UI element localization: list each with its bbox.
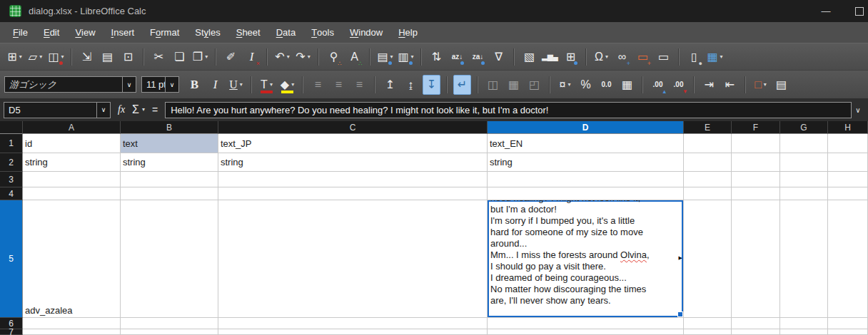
cut-button[interactable]: ✂ xyxy=(150,47,168,67)
cell-G3[interactable] xyxy=(780,172,828,187)
cell-C5[interactable] xyxy=(218,200,488,318)
cell-E1[interactable] xyxy=(684,134,732,153)
caret-down-icon[interactable]: ▾ xyxy=(270,82,273,88)
cell-F1[interactable] xyxy=(732,134,780,153)
row-header-5[interactable]: 5 xyxy=(0,200,23,318)
format-as-number-button[interactable]: 0.0 xyxy=(597,75,615,95)
merge-and-center-cells-button[interactable]: ◫ xyxy=(484,75,502,95)
menu-format[interactable]: Format xyxy=(142,22,187,43)
font-name-combo[interactable]: 游ゴシック ∨ xyxy=(4,76,136,93)
cell-H5[interactable] xyxy=(828,200,868,318)
cell-B3[interactable] xyxy=(121,172,218,187)
cell-A2[interactable]: string xyxy=(23,153,121,172)
decrease-indent-button[interactable]: ⇤ xyxy=(721,75,739,95)
unmerge-cells-button[interactable]: ◰ xyxy=(525,75,543,95)
cell-A6[interactable] xyxy=(23,318,121,329)
print-button[interactable]: ▤ xyxy=(99,47,116,67)
expand-formula-bar-icon[interactable]: ∨ xyxy=(852,106,864,114)
headers-footers-button[interactable]: ▭ xyxy=(655,47,672,67)
caret-down-icon[interactable]: ▾ xyxy=(205,54,208,60)
cell-E2[interactable] xyxy=(684,153,732,172)
cell-H6[interactable] xyxy=(828,318,868,329)
cell-G7[interactable] xyxy=(780,329,828,335)
column-header-A[interactable]: A xyxy=(23,121,121,134)
function-wizard-icon[interactable]: fx xyxy=(113,104,129,115)
increase-indent-button[interactable]: ⇥ xyxy=(700,75,718,95)
menu-sheet[interactable]: Sheet xyxy=(228,22,268,43)
cell-C7[interactable] xyxy=(218,329,488,335)
merge-cells-button[interactable]: ▦ xyxy=(505,75,523,95)
toggle-edit-mode-button[interactable]: ▯● xyxy=(685,47,703,67)
menu-file[interactable]: File xyxy=(5,22,36,43)
cell-B5[interactable] xyxy=(121,200,218,318)
menu-tools[interactable]: Tools xyxy=(303,22,342,43)
column-header-G[interactable]: G xyxy=(780,121,828,134)
bold-button[interactable]: B xyxy=(186,75,203,95)
cell-A5[interactable]: adv_azalea xyxy=(23,200,121,318)
align-center-button[interactable]: ≡ xyxy=(330,75,348,95)
selection-fill-handle[interactable] xyxy=(677,311,683,317)
cell-G2[interactable] xyxy=(780,153,828,172)
special-character-button[interactable]: Ω▾ xyxy=(592,47,610,67)
cell-F7[interactable] xyxy=(732,329,780,335)
cell-G6[interactable] xyxy=(780,318,828,329)
open-button[interactable]: ▱▾ xyxy=(26,47,44,67)
autofilter-button[interactable]: ∇ xyxy=(490,47,508,67)
cell-B2[interactable]: string xyxy=(121,153,218,172)
format-as-date-button[interactable]: ▦ xyxy=(618,75,636,95)
cell-E6[interactable] xyxy=(684,318,732,329)
maximize-button[interactable] xyxy=(847,0,868,22)
cell-G4[interactable] xyxy=(780,187,828,200)
font-size-combo[interactable]: 11 pt ∨ xyxy=(141,76,179,93)
row-header-4[interactable]: 4 xyxy=(0,187,23,200)
sort-ascending-button[interactable]: az↓ xyxy=(448,47,466,67)
cell-E5[interactable] xyxy=(684,200,732,318)
cell-D3[interactable] xyxy=(488,172,684,187)
cell-H3[interactable] xyxy=(828,172,868,187)
spelling-button[interactable]: A∴ xyxy=(345,47,363,67)
add-decimal-place-button[interactable]: .00▴ xyxy=(649,75,667,95)
delete-decimal-place-button[interactable]: .00▾ xyxy=(670,75,687,95)
save-button[interactable]: ◫▾ xyxy=(47,47,65,67)
caret-down-icon[interactable]: ▾ xyxy=(308,54,311,60)
caret-down-icon[interactable]: ▾ xyxy=(567,82,570,88)
column-header-H[interactable]: H xyxy=(828,121,868,134)
align-bottom-button[interactable]: ↧ xyxy=(423,75,440,95)
cell-F5[interactable] xyxy=(732,200,780,318)
cell-D1[interactable]: text_EN xyxy=(488,134,684,153)
clipped-partial-button[interactable]: ▤ xyxy=(772,75,790,95)
caret-down-icon[interactable]: ▾ xyxy=(39,54,42,60)
export-pdf-button[interactable]: ⇲ xyxy=(78,47,96,67)
cell-G1[interactable] xyxy=(780,134,828,153)
select-function-button[interactable]: Σ ▾ xyxy=(129,103,148,116)
chevron-down-icon[interactable]: ∨ xyxy=(122,77,136,92)
align-left-button[interactable]: ≡ xyxy=(309,75,327,95)
select-all-corner[interactable] xyxy=(0,121,23,134)
caret-down-icon[interactable]: ▾ xyxy=(61,54,64,60)
cell-H4[interactable] xyxy=(828,187,868,200)
cell-D2[interactable]: string xyxy=(488,153,684,172)
cell-F6[interactable] xyxy=(732,318,780,329)
print-preview-button[interactable]: ⊡ xyxy=(119,47,137,67)
menu-data[interactable]: Data xyxy=(268,22,303,43)
insert-hyperlink-button[interactable]: ∞+ xyxy=(613,47,631,67)
menu-edit[interactable]: Edit xyxy=(36,22,67,43)
caret-down-icon[interactable]: ▾ xyxy=(605,54,608,60)
caret-down-icon[interactable]: ▾ xyxy=(240,82,243,88)
column-header-E[interactable]: E xyxy=(684,121,732,134)
menu-window[interactable]: Window xyxy=(342,22,390,43)
align-top-button[interactable]: ↥ xyxy=(381,75,399,95)
cell-B6[interactable] xyxy=(121,318,218,329)
redo-button[interactable]: ↷▾ xyxy=(294,47,312,67)
column-header-B[interactable]: B xyxy=(121,121,218,134)
cell-E7[interactable] xyxy=(684,329,732,335)
cell-C2[interactable]: string xyxy=(218,153,488,172)
cell-C4[interactable] xyxy=(218,187,488,200)
freeze-rows-columns-button[interactable]: ▦▾ xyxy=(706,47,724,67)
row-header-2[interactable]: 2 xyxy=(0,153,23,172)
underline-button[interactable]: U▾ xyxy=(227,75,245,95)
cell-A4[interactable] xyxy=(23,187,121,200)
cell-G5[interactable] xyxy=(780,200,828,318)
italic-button[interactable]: I xyxy=(206,75,224,95)
wrap-text-button[interactable]: ↵ xyxy=(453,75,471,95)
